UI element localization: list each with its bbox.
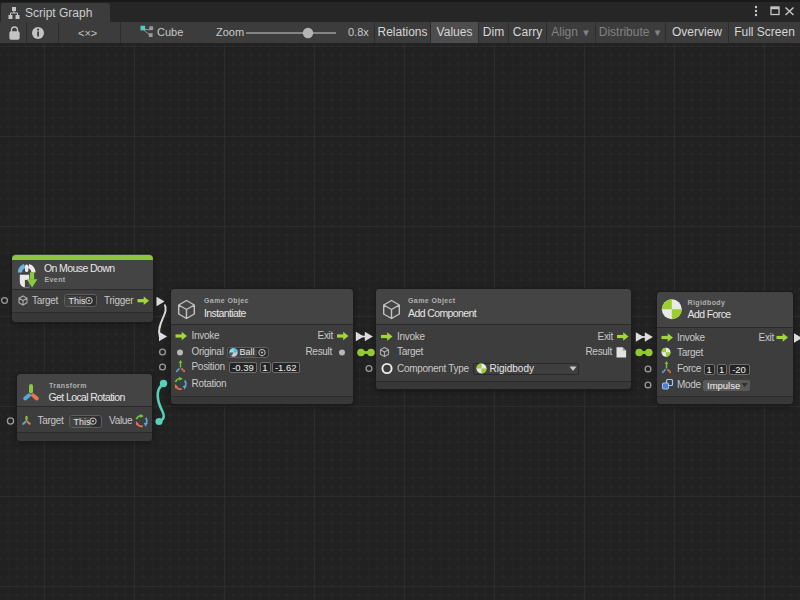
svg-text:<×>: <×> xyxy=(78,27,97,39)
